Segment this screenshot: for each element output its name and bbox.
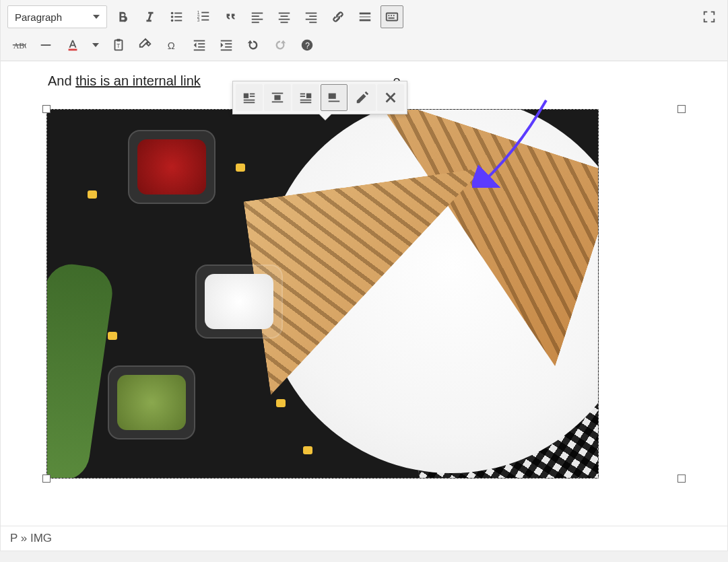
svg-point-1 bbox=[171, 15, 174, 18]
svg-rect-42 bbox=[198, 46, 205, 48]
image-align-none-button[interactable] bbox=[321, 84, 348, 111]
clear-formatting-button[interactable] bbox=[134, 34, 157, 57]
svg-rect-60 bbox=[300, 96, 305, 97]
svg-rect-9 bbox=[201, 12, 209, 13]
selected-image-wrapper bbox=[46, 109, 682, 479]
svg-rect-62 bbox=[300, 102, 312, 103]
clipboard-icon: T bbox=[111, 38, 126, 52]
svg-rect-20 bbox=[306, 13, 317, 14]
svg-rect-37 bbox=[117, 39, 121, 42]
close-icon bbox=[383, 90, 398, 105]
indent-icon bbox=[219, 38, 234, 52]
insert-more-button[interactable] bbox=[354, 5, 376, 28]
help-button[interactable]: ? bbox=[296, 34, 319, 57]
breadcrumb-separator: » bbox=[18, 532, 30, 545]
align-left-button[interactable] bbox=[246, 5, 269, 28]
svg-text:T: T bbox=[117, 43, 120, 49]
blockquote-button[interactable] bbox=[219, 5, 242, 28]
link-icon bbox=[331, 9, 345, 24]
undo-button[interactable] bbox=[242, 34, 265, 57]
svg-rect-22 bbox=[306, 19, 317, 20]
undo-icon bbox=[246, 38, 261, 52]
image-remove-button[interactable] bbox=[377, 84, 404, 111]
image-align-right-button[interactable] bbox=[292, 84, 319, 111]
format-select[interactable]: Paragraph bbox=[7, 5, 107, 28]
svg-rect-59 bbox=[300, 94, 305, 95]
align-center-button[interactable] bbox=[273, 5, 296, 28]
fullscreen-button[interactable] bbox=[698, 5, 721, 28]
svg-text:Ω: Ω bbox=[168, 40, 175, 51]
toolbar-toggle-button[interactable] bbox=[380, 5, 403, 28]
outdent-button[interactable] bbox=[188, 34, 211, 57]
svg-rect-47 bbox=[221, 49, 232, 50]
align-left-icon bbox=[242, 90, 257, 105]
resize-handle-bottom-left[interactable] bbox=[42, 475, 51, 483]
chevron-down-icon bbox=[93, 15, 100, 19]
resize-handle-top-right[interactable] bbox=[677, 105, 686, 113]
text-before-link: And bbox=[48, 73, 75, 88]
omega-icon: Ω bbox=[165, 38, 180, 52]
image-align-center-button[interactable] bbox=[264, 84, 291, 111]
breadcrumb-p[interactable]: P bbox=[10, 532, 18, 545]
text-color-dropdown-button[interactable] bbox=[88, 34, 103, 57]
paste-text-button[interactable]: T bbox=[107, 34, 130, 57]
internal-link[interactable]: this is an internal link bbox=[75, 73, 201, 88]
align-right-button[interactable] bbox=[300, 5, 323, 28]
svg-text:?: ? bbox=[305, 41, 310, 50]
text-color-button[interactable] bbox=[61, 34, 84, 57]
bulleted-list-icon bbox=[169, 9, 184, 24]
resize-handle-bottom-right[interactable] bbox=[677, 475, 686, 483]
numbered-list-button[interactable]: 123 bbox=[192, 5, 215, 28]
svg-rect-57 bbox=[272, 102, 284, 103]
strikethrough-button[interactable]: ABC bbox=[7, 34, 30, 57]
svg-rect-53 bbox=[244, 100, 255, 101]
svg-rect-45 bbox=[225, 43, 232, 44]
svg-rect-64 bbox=[329, 101, 340, 102]
indent-button[interactable] bbox=[215, 34, 238, 57]
content-image[interactable] bbox=[46, 109, 599, 479]
breadcrumb-img[interactable]: IMG bbox=[30, 532, 52, 545]
svg-rect-25 bbox=[360, 16, 371, 17]
fullscreen-icon bbox=[702, 9, 717, 24]
svg-rect-41 bbox=[198, 43, 205, 44]
svg-point-2 bbox=[171, 20, 174, 22]
redo-button[interactable] bbox=[269, 34, 292, 57]
svg-rect-13 bbox=[252, 15, 259, 17]
svg-rect-63 bbox=[329, 94, 336, 99]
blockquote-icon bbox=[223, 9, 238, 24]
clear-formatting-icon bbox=[138, 38, 153, 52]
editor-content[interactable]: And this is an internal link e. bbox=[1, 61, 727, 526]
bold-button[interactable] bbox=[111, 5, 134, 28]
resize-handle-top-left[interactable] bbox=[42, 105, 51, 113]
svg-rect-11 bbox=[201, 20, 209, 21]
image-align-left-button[interactable] bbox=[236, 84, 263, 111]
image-detail-ketchup-dip bbox=[128, 130, 216, 204]
svg-point-0 bbox=[171, 12, 174, 15]
bulleted-list-button[interactable] bbox=[165, 5, 188, 28]
editor-container: Paragraph 123 ABC T Ω bbox=[0, 0, 728, 551]
editor-toolbar: Paragraph 123 ABC T Ω bbox=[1, 0, 727, 61]
insert-link-button[interactable] bbox=[327, 5, 350, 28]
svg-rect-21 bbox=[309, 15, 317, 17]
svg-rect-23 bbox=[309, 22, 317, 23]
svg-rect-27 bbox=[387, 13, 398, 21]
keyboard-icon bbox=[385, 9, 399, 24]
svg-rect-3 bbox=[174, 13, 182, 14]
image-edit-button[interactable] bbox=[349, 84, 376, 111]
image-detail-corn bbox=[276, 399, 286, 407]
image-detail-chutney-dip bbox=[108, 365, 195, 440]
pencil-icon bbox=[355, 90, 370, 105]
toolbar-row-1: Paragraph 123 bbox=[7, 5, 721, 28]
svg-rect-12 bbox=[252, 13, 263, 14]
align-center-icon bbox=[277, 9, 292, 24]
italic-button[interactable] bbox=[138, 5, 161, 28]
image-detail-corn bbox=[88, 190, 97, 199]
svg-rect-40 bbox=[194, 40, 205, 42]
horizontal-rule-button[interactable] bbox=[34, 34, 57, 57]
special-character-button[interactable]: Ω bbox=[161, 34, 184, 57]
text-color-icon bbox=[65, 38, 80, 52]
align-center-icon bbox=[270, 90, 285, 105]
svg-rect-58 bbox=[306, 94, 311, 98]
svg-text:3: 3 bbox=[197, 17, 200, 22]
svg-rect-52 bbox=[250, 96, 255, 97]
